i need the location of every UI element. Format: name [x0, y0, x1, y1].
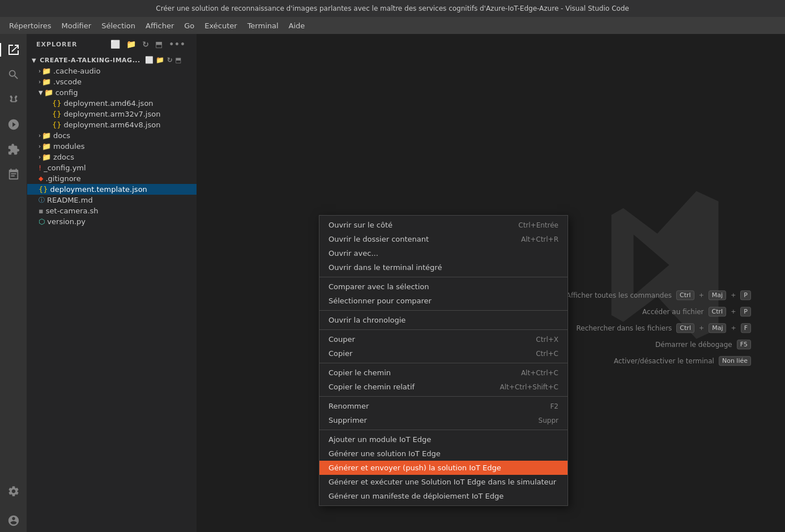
menu-item-go[interactable]: Go — [180, 19, 199, 32]
ctx-select-compare[interactable]: Sélectionner pour comparer — [319, 294, 568, 308]
ctx-open-with-label: Ouvrir avec... — [328, 249, 378, 258]
ctx-add-module-label: Ajouter un module IoT Edge — [328, 435, 431, 444]
file-item-config[interactable]: ▼ 📁 config — [27, 87, 197, 98]
kbd-plus4: + — [699, 324, 704, 332]
collapse-btn[interactable]: ⬒ — [175, 56, 182, 64]
account-activity-icon[interactable] — [2, 509, 25, 532]
kbd-maj1: Maj — [709, 290, 726, 300]
git-icon: ◆ — [39, 175, 43, 182]
menu-item-modifier[interactable]: Modifier — [57, 19, 96, 32]
ctx-copy-shortcut: Ctrl+C — [536, 350, 558, 358]
file-item-zdocs[interactable]: › 📁 zdocs — [27, 152, 197, 162]
collapse-icon[interactable]: ⬒ — [153, 38, 165, 50]
new-file-icon[interactable]: ⬜ — [109, 38, 122, 50]
file-item-amd64[interactable]: {} deployment.amd64.json — [27, 98, 197, 109]
file-item-docs[interactable]: › 📁 docs — [27, 130, 197, 141]
file-item-template-json[interactable]: {} deployment.template.json — [27, 184, 197, 195]
file-item-gitignore[interactable]: ◆ .gitignore — [27, 173, 197, 184]
project-name: CREATE-A-TALKING-IMAG... — [40, 57, 140, 64]
file-item-modules[interactable]: › 📁 modules — [27, 141, 197, 152]
ctx-build-push[interactable]: Générer et envoyer (push) la solution Io… — [319, 461, 568, 475]
settings-activity-icon[interactable] — [2, 480, 25, 503]
ctx-sep3 — [319, 329, 568, 330]
ctx-sep5 — [319, 396, 568, 397]
kbd-f5: F5 — [737, 340, 751, 349]
ctx-run-simulator[interactable]: Générer et exécuter une Solution IoT Edg… — [319, 475, 568, 489]
shortcut-commands: Afficher toutes les commandes Ctrl + Maj… — [566, 290, 751, 300]
json-icon: {} — [52, 110, 62, 118]
ctx-rename[interactable]: Renommer F2 — [319, 399, 568, 413]
menu-item-terminal[interactable]: Terminal — [243, 19, 283, 32]
welcome-shortcuts: Afficher toutes les commandes Ctrl + Maj… — [566, 290, 751, 366]
kbd-plus2: + — [731, 291, 736, 299]
explorer-title: EXPLORER — [36, 41, 77, 48]
kbd-nonliee: Non liée — [719, 356, 751, 366]
shortcut-terminal: Activer/désactiver le terminal Non liée — [566, 356, 751, 366]
ctx-open-side-shortcut: Ctrl+Entrée — [518, 221, 558, 229]
run-activity-icon[interactable] — [2, 113, 25, 136]
kbd-p1: P — [740, 290, 751, 300]
file-item-config-yml[interactable]: ! _config.yml — [27, 162, 197, 173]
explorer-activity-icon[interactable] — [2, 38, 25, 61]
ctx-cut[interactable]: Couper Ctrl+X — [319, 332, 568, 346]
ctx-generate-manifest-label: Générer un manifeste de déploiement IoT … — [328, 492, 504, 500]
refresh-btn[interactable]: ↻ — [167, 56, 173, 64]
ctx-sep1 — [319, 277, 568, 277]
kbd-ctrl2: Ctrl — [709, 307, 727, 316]
ctx-copy-rel-path-label: Copier le chemin relatif — [328, 383, 415, 391]
folder-icon: 📁 — [42, 142, 51, 151]
ctx-generate-solution[interactable]: Générer une solution IoT Edge — [319, 447, 568, 461]
title-bar: Créer une solution de reconnaissance d'i… — [0, 0, 785, 17]
new-folder-btn[interactable]: 📁 — [156, 56, 165, 64]
menu-item-excuter[interactable]: Exécuter — [200, 19, 241, 32]
ctx-open-side-label: Ouvrir sur le côté — [328, 221, 393, 229]
new-folder-icon[interactable]: 📁 — [125, 38, 138, 50]
ctx-cut-shortcut: Ctrl+X — [536, 336, 558, 344]
ctx-add-module[interactable]: Ajouter un module IoT Edge — [319, 432, 568, 447]
file-item-readme[interactable]: ⓘ README.md — [27, 195, 197, 205]
menu-item-slection[interactable]: Sélection — [97, 19, 140, 32]
more-actions-icon[interactable]: ••• — [167, 38, 187, 50]
ctx-open-folder[interactable]: Ouvrir le dossier contenant Alt+Ctrl+R — [319, 232, 568, 246]
folder-icon: 📁 — [42, 78, 51, 86]
file-item-cache-audio[interactable]: › 📁 .cache-audio — [27, 66, 197, 76]
ctx-copy-rel-path[interactable]: Copier le chemin relatif Alt+Ctrl+Shift+… — [319, 380, 568, 394]
ctx-copy-path[interactable]: Copier le chemin Alt+Ctrl+C — [319, 366, 568, 380]
new-file-btn[interactable]: ⬜ — [145, 56, 154, 64]
project-root-header[interactable]: ▼ CREATE-A-TALKING-IMAG... ⬜ 📁 ↻ ⬒ — [27, 54, 197, 66]
ctx-chronologie[interactable]: Ouvrir la chronologie — [319, 313, 568, 327]
file-tree: ▼ CREATE-A-TALKING-IMAG... ⬜ 📁 ↻ ⬒ › 📁 .… — [27, 54, 197, 532]
test-activity-icon[interactable] — [2, 163, 25, 186]
ctx-cut-label: Couper — [328, 335, 355, 344]
shortcut-file-label: Accéder au fichier — [642, 308, 704, 316]
title-text: Créer une solution de reconnaissance d'i… — [156, 5, 629, 12]
search-activity-icon[interactable] — [2, 63, 25, 86]
file-item-version-py[interactable]: ⬡ version.py — [27, 216, 197, 227]
ctx-compare[interactable]: Comparer avec la sélection — [319, 280, 568, 294]
ctx-rename-shortcut: F2 — [550, 402, 558, 410]
source-control-activity-icon[interactable] — [2, 88, 25, 111]
ctx-generate-manifest[interactable]: Générer un manifeste de déploiement IoT … — [319, 489, 568, 503]
menu-item-afficher[interactable]: Afficher — [141, 19, 178, 32]
kbd-plus3: + — [731, 308, 736, 315]
file-item-arm32[interactable]: {} deployment.arm32v7.json — [27, 109, 197, 119]
ctx-sep6 — [319, 430, 568, 430]
shortcut-search-label: Rechercher dans les fichiers — [576, 324, 672, 332]
menu-item-aide[interactable]: Aide — [284, 19, 310, 32]
ctx-open-terminal[interactable]: Ouvrir dans le terminal intégré — [319, 260, 568, 274]
ctx-chronologie-label: Ouvrir la chronologie — [328, 316, 406, 324]
folder-icon: 📁 — [44, 88, 53, 97]
kbd-ctrl1: Ctrl — [676, 290, 694, 300]
ctx-open-side[interactable]: Ouvrir sur le côté Ctrl+Entrée — [319, 218, 568, 232]
file-item-arm64[interactable]: {} deployment.arm64v8.json — [27, 119, 197, 130]
file-item-vscode[interactable]: › 📁 .vscode — [27, 76, 197, 87]
ctx-copy[interactable]: Copier Ctrl+C — [319, 346, 568, 361]
file-item-set-camera[interactable]: ▪ set-camera.sh — [27, 205, 197, 216]
extensions-activity-icon[interactable] — [2, 138, 25, 161]
refresh-icon[interactable]: ↻ — [140, 38, 151, 50]
shortcut-search: Rechercher dans les fichiers Ctrl + Maj … — [566, 323, 751, 333]
ctx-open-with[interactable]: Ouvrir avec... — [319, 246, 568, 260]
ctx-delete[interactable]: Supprimer Suppr — [319, 413, 568, 427]
activity-bar — [0, 34, 27, 532]
menu-item-rpertoires[interactable]: Répertoires — [5, 19, 56, 32]
